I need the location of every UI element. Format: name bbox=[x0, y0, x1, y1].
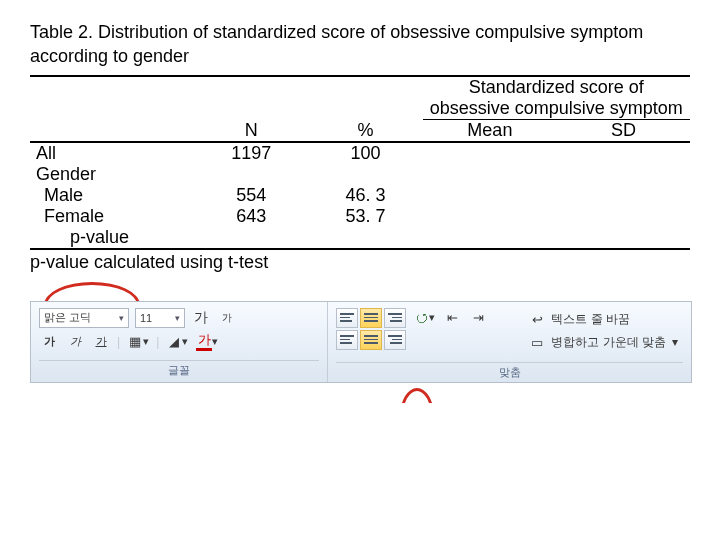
font-group-label: 글꼴 bbox=[39, 360, 319, 378]
table-row: All 1197 100 bbox=[30, 142, 690, 164]
font-name-value: 맑은 고딕 bbox=[44, 310, 91, 325]
row-pct: 53. 7 bbox=[309, 206, 423, 227]
indent-left-icon: ⇤ bbox=[444, 310, 460, 326]
shrink-font-button[interactable]: 가 bbox=[217, 308, 237, 328]
increase-indent-button[interactable]: ⇥ bbox=[468, 308, 488, 328]
wrap-text-label: 텍스트 줄 바꿈 bbox=[551, 311, 630, 328]
underline-button[interactable]: 가 bbox=[91, 332, 111, 352]
italic-button[interactable]: 가 bbox=[65, 332, 85, 352]
col-n: N bbox=[194, 119, 309, 142]
font-size-value: 11 bbox=[140, 312, 152, 324]
fill-color-button[interactable]: ◢▾ bbox=[165, 332, 189, 352]
row-pct: 100 bbox=[309, 142, 423, 164]
col-mean: Mean bbox=[423, 119, 558, 142]
chevron-down-icon: ▾ bbox=[672, 335, 678, 349]
align-bottom-left-button[interactable] bbox=[336, 330, 358, 350]
align-top-center-button[interactable] bbox=[360, 308, 382, 328]
col-sd: SD bbox=[557, 119, 690, 142]
table-row: Gender bbox=[30, 164, 690, 185]
grow-font-button[interactable]: 가 bbox=[191, 308, 211, 328]
merge-center-label: 병합하고 가운데 맞춤 bbox=[551, 334, 666, 351]
orientation-button[interactable]: ⭯▾ bbox=[412, 308, 436, 328]
row-n: 643 bbox=[194, 206, 309, 227]
wrap-text-icon: ↩ bbox=[529, 311, 545, 327]
table-row: Male 554 46. 3 bbox=[30, 185, 690, 206]
alignment-grid bbox=[336, 308, 406, 350]
row-label: p-value bbox=[30, 227, 194, 249]
col-pct: % bbox=[309, 119, 423, 142]
font-group: 맑은 고딕 ▾ 11 ▾ 가 가 가 가 가 | ▦▾ | ◢▾ 가▾ bbox=[31, 302, 328, 382]
row-n: 1197 bbox=[194, 142, 309, 164]
merge-center-button[interactable]: ▭ 병합하고 가운데 맞춤 ▾ bbox=[524, 331, 683, 354]
indent-right-icon: ⇥ bbox=[470, 310, 486, 326]
align-bottom-right-button[interactable] bbox=[384, 330, 406, 350]
annotation-oval bbox=[400, 388, 434, 403]
alignment-group: ⭯▾ ⇤ ⇥ ↩ 텍스트 줄 바꿈 ▭ 병합하고 가운데 맞춤 ▾ bbox=[328, 302, 691, 382]
chevron-down-icon: ▾ bbox=[175, 313, 180, 323]
bold-button[interactable]: 가 bbox=[39, 332, 59, 352]
decrease-indent-button[interactable]: ⇤ bbox=[442, 308, 462, 328]
table-row: p-value bbox=[30, 227, 690, 249]
align-top-left-button[interactable] bbox=[336, 308, 358, 328]
wrap-text-button[interactable]: ↩ 텍스트 줄 바꿈 bbox=[524, 308, 683, 331]
excel-ribbon: 맑은 고딕 ▾ 11 ▾ 가 가 가 가 가 | ▦▾ | ◢▾ 가▾ bbox=[30, 301, 692, 383]
row-n: 554 bbox=[194, 185, 309, 206]
table-title: Table 2. Distribution of standardized sc… bbox=[30, 20, 690, 69]
row-label: Gender bbox=[30, 164, 194, 185]
row-label: Male bbox=[30, 185, 194, 206]
row-label: All bbox=[30, 142, 194, 164]
merge-icon: ▭ bbox=[529, 334, 545, 350]
chevron-down-icon: ▾ bbox=[119, 313, 124, 323]
font-color-button[interactable]: 가▾ bbox=[195, 332, 219, 352]
border-button[interactable]: ▦▾ bbox=[126, 332, 150, 352]
spanner-header: Standardized score of obsessive compulsi… bbox=[423, 76, 690, 120]
table-footnote: p-value calculated using t-test bbox=[30, 252, 690, 273]
row-pct: 46. 3 bbox=[309, 185, 423, 206]
alignment-group-label: 맞춤 bbox=[336, 362, 683, 380]
align-bottom-center-button[interactable] bbox=[360, 330, 382, 350]
border-icon: ▦ bbox=[127, 334, 143, 350]
align-top-right-button[interactable] bbox=[384, 308, 406, 328]
table-row: Female 643 53. 7 bbox=[30, 206, 690, 227]
bucket-icon: ◢ bbox=[166, 334, 182, 350]
orientation-icon: ⭯ bbox=[413, 310, 429, 326]
row-label: Female bbox=[30, 206, 194, 227]
font-name-dropdown[interactable]: 맑은 고딕 ▾ bbox=[39, 308, 129, 328]
font-color-icon: 가 bbox=[196, 332, 212, 351]
data-table: Standardized score of obsessive compulsi… bbox=[30, 75, 690, 250]
font-size-dropdown[interactable]: 11 ▾ bbox=[135, 308, 185, 328]
table-2: Table 2. Distribution of standardized sc… bbox=[30, 20, 690, 273]
